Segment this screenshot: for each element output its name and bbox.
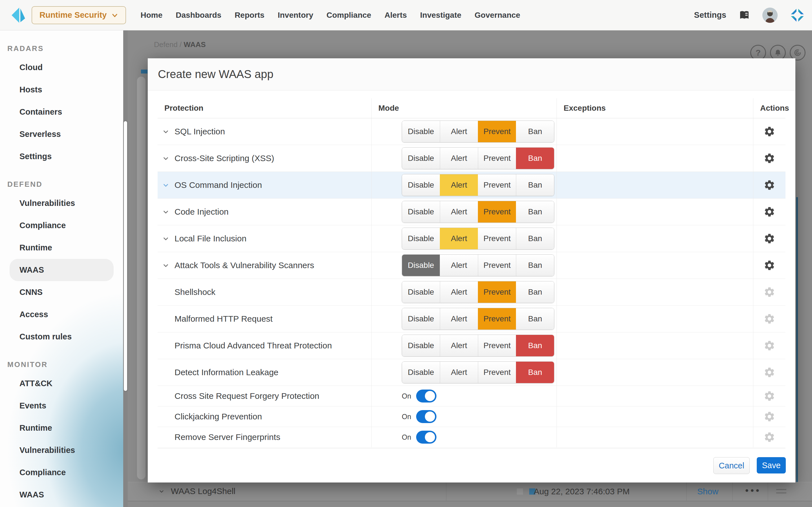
mode-option-prevent[interactable]: Prevent <box>478 148 516 169</box>
sidebar-item-compliance[interactable]: Compliance <box>10 214 114 237</box>
gear-icon[interactable] <box>763 179 775 191</box>
docs-book-icon[interactable] <box>739 10 750 21</box>
sidebar-item-waas[interactable]: WAAS <box>10 484 114 506</box>
mode-option-alert[interactable]: Alert <box>440 308 478 330</box>
nav-item-investigate[interactable]: Investigate <box>420 11 461 20</box>
mode-option-prevent[interactable]: Prevent <box>478 201 516 223</box>
mode-option-ban[interactable]: Ban <box>516 255 554 276</box>
cancel-button[interactable]: Cancel <box>713 457 750 474</box>
sidebar-item-vulnerabilities[interactable]: Vulnerabilities <box>10 439 114 461</box>
mode-option-disable[interactable]: Disable <box>402 308 440 330</box>
breadcrumb-parent[interactable]: Defend <box>154 40 177 49</box>
row-menu-icon[interactable] <box>776 489 786 496</box>
nav-item-dashboards[interactable]: Dashboards <box>175 11 221 20</box>
prisma-cloud-logo-icon[interactable] <box>790 8 805 22</box>
nav-item-inventory[interactable]: Inventory <box>278 11 313 20</box>
product-switcher-dropdown[interactable]: Runtime Security <box>32 6 126 24</box>
mode-option-prevent[interactable]: Prevent <box>478 362 516 383</box>
mode-option-alert[interactable]: Alert <box>440 362 478 383</box>
nav-item-home[interactable]: Home <box>141 11 163 20</box>
mode-option-disable[interactable]: Disable <box>402 255 440 276</box>
gear-icon[interactable] <box>763 126 775 137</box>
sidebar-item-vulnerabilities[interactable]: Vulnerabilities <box>10 192 114 214</box>
mode-cell: On <box>371 386 557 406</box>
mode-option-ban[interactable]: Ban <box>516 281 554 303</box>
sidebar-item-att-ck[interactable]: ATT&CK <box>10 372 114 395</box>
sidebar-item-hosts[interactable]: Hosts <box>10 78 114 101</box>
sidebar-item-compliance[interactable]: Compliance <box>10 461 114 484</box>
mode-option-ban[interactable]: Ban <box>516 201 554 223</box>
mode-option-alert[interactable]: Alert <box>440 148 478 169</box>
mode-option-ban[interactable]: Ban <box>516 121 554 142</box>
mode-option-ban[interactable]: Ban <box>516 308 554 330</box>
sidebar-item-runtime[interactable]: Runtime <box>10 417 114 439</box>
mode-option-disable[interactable]: Disable <box>402 335 440 356</box>
sidebar-item-cnns[interactable]: CNNS <box>10 281 114 303</box>
toggle-switch[interactable] <box>416 410 437 423</box>
mode-option-prevent[interactable]: Prevent <box>478 174 516 196</box>
sidebar-item-containers[interactable]: Containers <box>10 101 114 123</box>
chevron-down-icon[interactable] <box>162 208 169 216</box>
sidebar-item-settings[interactable]: Settings <box>10 145 114 168</box>
mode-option-alert[interactable]: Alert <box>440 228 478 249</box>
save-button[interactable]: Save <box>757 457 786 473</box>
toggle-switch[interactable] <box>416 431 437 444</box>
chevron-down-icon[interactable] <box>162 262 169 269</box>
chevron-down-icon[interactable] <box>162 128 169 135</box>
mode-option-disable[interactable]: Disable <box>402 121 440 142</box>
chevron-down-icon[interactable] <box>162 181 169 189</box>
mode-option-ban[interactable]: Ban <box>516 362 554 383</box>
mode-option-disable[interactable]: Disable <box>402 174 440 196</box>
sidebar-item-runtime[interactable]: Runtime <box>10 237 114 259</box>
gear-icon[interactable] <box>763 260 775 271</box>
mode-option-prevent[interactable]: Prevent <box>478 121 516 142</box>
mode-option-alert[interactable]: Alert <box>440 174 478 196</box>
sidebar-item-access[interactable]: Access <box>10 303 114 326</box>
mode-option-prevent[interactable]: Prevent <box>478 228 516 249</box>
mode-option-prevent[interactable]: Prevent <box>478 281 516 303</box>
mode-option-prevent[interactable]: Prevent <box>478 255 516 276</box>
mode-option-disable[interactable]: Disable <box>402 281 440 303</box>
chevron-down-icon[interactable] <box>162 155 169 162</box>
chevron-down-icon[interactable] <box>158 488 165 495</box>
nav-item-compliance[interactable]: Compliance <box>326 11 371 20</box>
gear-icon[interactable] <box>763 233 775 244</box>
mode-option-disable[interactable]: Disable <box>402 362 440 383</box>
mode-option-alert[interactable]: Alert <box>440 201 478 223</box>
sidebar-item-events[interactable]: Events <box>10 395 114 417</box>
mode-option-alert[interactable]: Alert <box>440 281 478 303</box>
mode-option-disable[interactable]: Disable <box>402 148 440 169</box>
mode-option-disable[interactable]: Disable <box>402 201 440 223</box>
gear-icon[interactable] <box>763 206 775 218</box>
page-scrollbar-thumb[interactable] <box>124 121 127 391</box>
mode-option-ban[interactable]: Ban <box>516 174 554 196</box>
mode-option-ban[interactable]: Ban <box>516 148 554 169</box>
nav-item-alerts[interactable]: Alerts <box>385 11 407 20</box>
nav-item-governance[interactable]: Governance <box>474 11 520 20</box>
sidebar-item-waas[interactable]: WAAS <box>10 259 114 281</box>
sidebar-item-cloud[interactable]: Cloud <box>10 56 114 78</box>
gear-icon[interactable] <box>763 152 775 164</box>
show-link[interactable]: Show <box>697 487 718 496</box>
mode-option-ban[interactable]: Ban <box>516 228 554 249</box>
toggle-switch[interactable] <box>416 390 437 402</box>
protection-label: Local File Inclusion <box>174 234 246 243</box>
nav-item-reports[interactable]: Reports <box>235 11 264 20</box>
more-actions-button[interactable]: ••• <box>745 485 761 496</box>
toggle-state-label: On <box>402 433 411 441</box>
mode-option-alert[interactable]: Alert <box>440 335 478 356</box>
settings-link[interactable]: Settings <box>694 10 726 20</box>
mode-segmented-control: DisableAlertPreventBan <box>402 121 554 143</box>
protection-cell: Cross Site Request Forgery Protection <box>158 386 371 406</box>
user-avatar[interactable] <box>762 8 777 23</box>
sidebar-item-serverless[interactable]: Serverless <box>10 123 114 145</box>
mode-option-prevent[interactable]: Prevent <box>478 308 516 330</box>
mode-option-prevent[interactable]: Prevent <box>478 335 516 356</box>
background-rule-name: WAAS Log4Shell <box>158 487 236 496</box>
mode-option-alert[interactable]: Alert <box>440 121 478 142</box>
mode-option-disable[interactable]: Disable <box>402 228 440 249</box>
mode-option-alert[interactable]: Alert <box>440 255 478 276</box>
sidebar-item-custom-rules[interactable]: Custom rules <box>10 326 114 348</box>
chevron-down-icon[interactable] <box>162 235 169 242</box>
mode-option-ban[interactable]: Ban <box>516 335 554 356</box>
